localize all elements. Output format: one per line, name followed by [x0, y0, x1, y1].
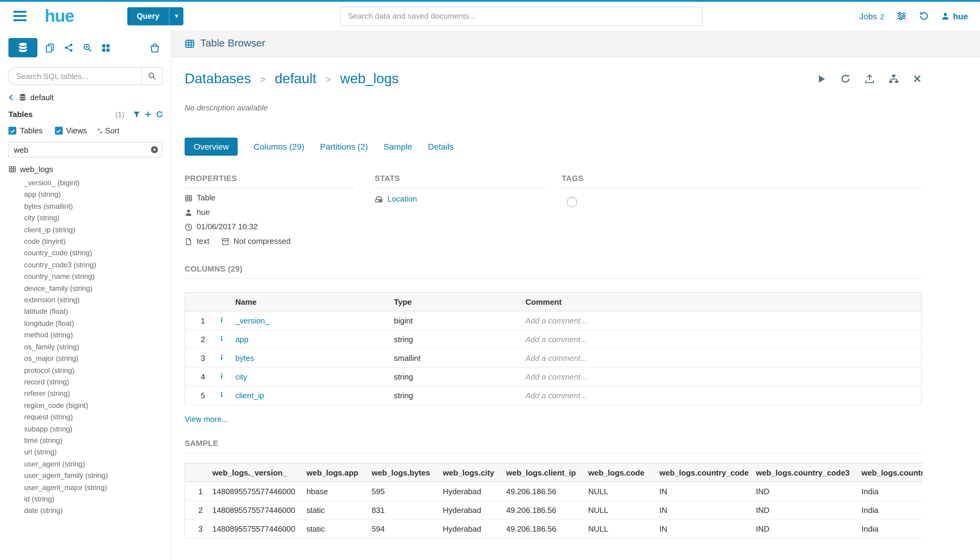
tree-column-item[interactable]: city (string) [24, 212, 171, 224]
comment-cell[interactable]: Add a comment... [521, 348, 921, 367]
sort-control[interactable]: Sort [97, 126, 120, 135]
history-icon[interactable] [918, 11, 929, 21]
tab-columns[interactable]: Columns (29) [254, 142, 304, 152]
tree-column-item[interactable]: date (string) [24, 505, 171, 517]
tree-column-item[interactable]: country_code3 (string) [24, 260, 171, 271]
tree-column-item[interactable]: user_agent (string) [24, 458, 171, 470]
sample-cell: India [857, 519, 922, 538]
tree-column-item[interactable]: user_agent_major (string) [24, 482, 171, 493]
tab-overview[interactable]: Overview [185, 138, 238, 156]
column-row: 3 bytes smallint Add a comment... [185, 348, 921, 367]
comment-cell[interactable]: Add a comment... [521, 311, 921, 330]
tree-column-item[interactable]: longitude (float) [24, 318, 171, 330]
refresh-icon[interactable] [156, 110, 163, 118]
comment-cell[interactable]: Add a comment... [521, 386, 921, 405]
view-more-link[interactable]: View more... [185, 415, 228, 423]
filter-icon[interactable] [133, 110, 141, 118]
user-menu[interactable]: hue [941, 11, 968, 21]
breadcrumb-link-web-logs[interactable]: web_logs [340, 71, 398, 87]
clear-filter-icon[interactable] [150, 145, 159, 154]
tree-column-item[interactable]: latitude (float) [24, 306, 171, 318]
stats-section: STATS Location [374, 174, 547, 246]
comment-cell[interactable]: Add a comment... [521, 367, 921, 386]
sql-search-button[interactable] [141, 67, 163, 85]
info-icon[interactable] [218, 316, 225, 323]
topbar: hue Query ▾ Jobs 2 hue [0, 2, 980, 30]
hue-logo[interactable]: hue [45, 6, 74, 26]
tree-column-item[interactable]: extension (string) [24, 295, 171, 306]
tree-column-item[interactable]: url (string) [24, 447, 171, 458]
tables-label: Tables [8, 110, 33, 119]
sample-table-clip: web_logs._version_ web_logs.app web_logs… [185, 463, 922, 538]
views-checkbox[interactable] [55, 127, 62, 135]
location-link[interactable]: Location [387, 194, 417, 203]
tree-column-item[interactable]: code (tinyint) [24, 236, 171, 248]
sample-column-header: web_logs.country_name [857, 463, 922, 482]
comment-cell[interactable]: Add a comment... [521, 330, 921, 348]
sample-cell: hbase [302, 482, 367, 500]
tree-column-item[interactable]: referer (string) [24, 388, 171, 400]
query-dropdown-caret[interactable]: ▾ [169, 7, 183, 25]
upload-icon[interactable] [864, 73, 874, 84]
tree-column-item[interactable]: bytes (smallint) [24, 201, 171, 213]
tree-column-item[interactable]: request (string) [24, 412, 171, 423]
tree-column-item[interactable]: os_major (string) [24, 353, 171, 365]
info-icon[interactable] [218, 353, 225, 360]
tables-checkbox[interactable] [8, 127, 16, 135]
tree-column-item[interactable]: protocol (string) [24, 365, 171, 377]
global-search-input[interactable] [340, 6, 702, 26]
info-icon[interactable] [218, 391, 225, 398]
assist-tab-importer[interactable] [148, 41, 161, 54]
sample-cell: 49.206.186.56 [501, 482, 583, 500]
assist-tab-collections[interactable] [63, 42, 75, 54]
column-name-link[interactable]: app [235, 335, 248, 344]
query-button[interactable]: Query [127, 7, 169, 25]
tree-table-web-logs[interactable]: web_logs [8, 165, 171, 174]
breadcrumb-link-databases[interactable]: Databases [185, 71, 251, 87]
breadcrumb-link-default[interactable]: default [275, 71, 316, 87]
sql-search-input[interactable] [8, 67, 141, 85]
tree-column-item[interactable]: app (string) [24, 189, 171, 201]
tree-column-item[interactable]: os_family (string) [24, 341, 171, 353]
info-icon[interactable] [218, 372, 225, 379]
tree-column-item[interactable]: country_name (string) [24, 271, 171, 283]
tree-column-item[interactable]: time (string) [24, 435, 171, 447]
tree-column-item[interactable]: country_code (string) [24, 248, 171, 260]
tab-partitions[interactable]: Partitions (2) [320, 142, 368, 152]
jobs-link[interactable]: Jobs 2 [859, 11, 884, 21]
refresh-icon[interactable] [840, 73, 850, 84]
sample-row: 2 1480895575577446000 static 831 Hyderab… [185, 500, 922, 519]
columns-header-name: Name [230, 292, 389, 311]
tree-column-item[interactable]: record (string) [24, 377, 171, 388]
assist-tab-documents[interactable] [44, 42, 56, 54]
column-name-link[interactable]: bytes [235, 353, 254, 362]
tree-column-item[interactable]: method (string) [24, 330, 171, 342]
sliders-icon[interactable] [896, 11, 907, 21]
tab-sample[interactable]: Sample [384, 142, 412, 152]
assist-tab-apps[interactable] [100, 42, 111, 53]
tree-column-item[interactable]: id (string) [24, 493, 171, 505]
property-format: text Not compressed [185, 237, 355, 246]
assist-tab-search[interactable] [82, 42, 93, 54]
menu-button[interactable] [11, 6, 29, 26]
close-icon[interactable] [912, 74, 922, 83]
tree-column-item[interactable]: client_ip (string) [24, 224, 171, 236]
tree-column-item[interactable]: subapp (string) [24, 423, 171, 435]
database-breadcrumb[interactable]: default [0, 85, 171, 104]
column-name-link[interactable]: client_ip [235, 391, 264, 400]
column-name-link[interactable]: _version_ [235, 316, 270, 325]
play-icon[interactable] [817, 74, 826, 83]
tree-column-item[interactable]: region_code (bigint) [24, 400, 171, 412]
plus-icon[interactable] [144, 110, 152, 118]
sitemap-icon[interactable] [888, 73, 898, 84]
tree-column-item[interactable]: _version_ (bigint) [24, 177, 171, 189]
column-name-link[interactable]: city [235, 372, 247, 381]
sample-cell: NULL [583, 482, 654, 500]
info-icon[interactable] [218, 335, 225, 342]
sample-row-index: 2 [185, 500, 208, 519]
assist-tab-sql[interactable] [8, 38, 37, 57]
table-filter-input[interactable] [8, 142, 162, 158]
tab-details[interactable]: Details [428, 142, 454, 152]
tree-column-item[interactable]: device_family (string) [24, 283, 171, 295]
tree-column-item[interactable]: user_agent_family (string) [24, 470, 171, 482]
